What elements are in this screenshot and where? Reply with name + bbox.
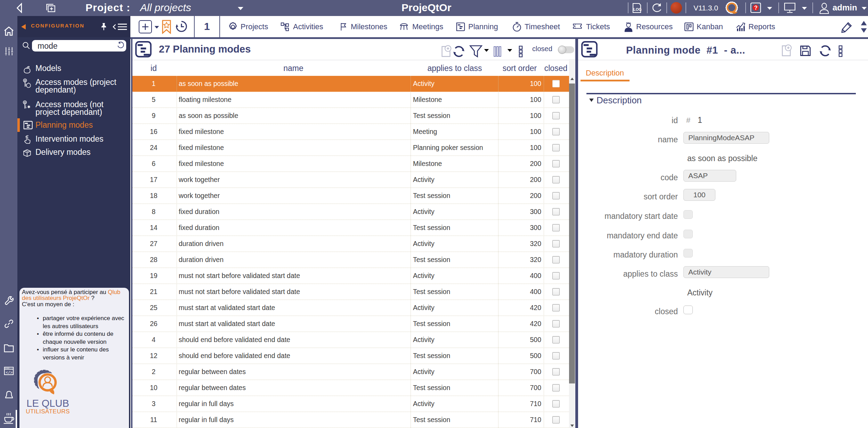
- svg-text:LOG: LOG: [633, 7, 642, 11]
- svg-text:?: ?: [754, 5, 758, 11]
- svg-text:</>: </>: [6, 371, 13, 375]
